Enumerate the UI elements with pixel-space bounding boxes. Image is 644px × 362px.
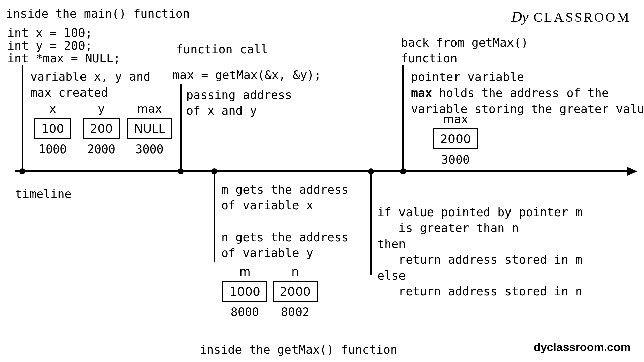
stage3-logic: if value pointed by pointer m is greater…: [377, 204, 582, 300]
timeline-label: timeline: [15, 186, 72, 202]
var-x: x 100 1000: [31, 102, 74, 156]
var-addr: 2000: [79, 142, 123, 156]
var-value: 2000: [273, 281, 318, 302]
stage2-title: function call: [176, 42, 268, 57]
brand-logo: Dy CLASSROOM: [511, 8, 631, 25]
stage2-caption-top: passing address of x and y: [186, 87, 292, 119]
var-name: max: [127, 102, 172, 115]
vline: [180, 84, 182, 172]
var-name: y: [79, 102, 123, 115]
stage4-caption: pointer variable max holds the address o…: [411, 69, 644, 117]
var-addr: 3000: [429, 153, 482, 166]
var-name: m: [218, 265, 272, 278]
var-value: 200: [83, 118, 120, 139]
var-y: y 200 2000: [79, 102, 123, 156]
vline: [370, 171, 372, 275]
vline: [402, 65, 404, 172]
var-value: NULL: [127, 118, 172, 139]
var-addr: 3000: [127, 142, 172, 156]
var-max-result: max 2000 3000: [429, 112, 482, 166]
footer-url: dyclassroom.com: [534, 341, 631, 354]
getmax-section-title: inside the getMax() function: [200, 342, 397, 358]
var-addr: 1000: [31, 142, 74, 156]
var-addr: 8000: [218, 305, 272, 319]
vline: [214, 171, 215, 262]
stage2-call: max = getMax(&x, &y);: [173, 67, 321, 83]
var-max-initial: max NULL 3000: [127, 102, 172, 156]
var-name: max: [429, 112, 482, 126]
var-m: m 1000 8000: [218, 265, 272, 319]
logo-prefix: Dy: [511, 9, 528, 25]
stage2-caption-bottom: m gets the address of variable x n gets …: [221, 182, 348, 261]
var-addr: 8002: [268, 305, 322, 319]
var-value: 1000: [222, 281, 267, 302]
code-line-3: int *max = NULL;: [7, 51, 120, 66]
var-value: 100: [34, 118, 71, 139]
timeline-arrow-icon: [627, 167, 637, 176]
stage1-caption: variable x, y and max created: [30, 69, 150, 101]
var-name: x: [31, 102, 74, 115]
timeline-axis: [15, 170, 631, 172]
var-name: n: [268, 265, 322, 278]
logo-text: CLASSROOM: [528, 10, 631, 25]
vline: [22, 65, 23, 172]
diagram-canvas: Dy CLASSROOM inside the main() function …: [0, 0, 644, 362]
var-n: n 2000 8002: [268, 265, 322, 319]
stage4-title: back from getMax() function: [401, 35, 528, 67]
main-section-title: inside the main() function: [6, 6, 190, 22]
var-value: 2000: [433, 128, 478, 149]
